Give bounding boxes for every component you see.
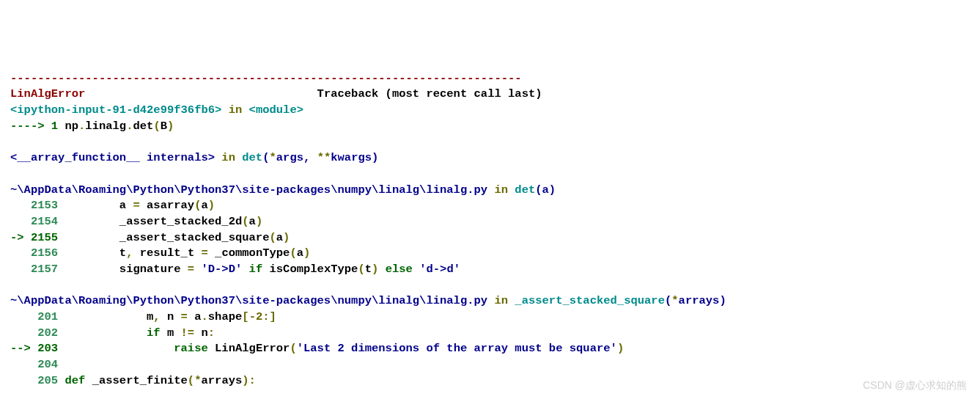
frame-0-location: <ipython-input-91-d42e99f36fb6> [10,103,221,117]
fn-assert-finite: _assert_finite [85,374,188,387]
op-rparen: ) [208,199,215,212]
fn-assert-square: _assert_stacked_square [515,294,665,307]
var-result-t: result_t [133,246,194,260]
indent [65,215,119,228]
op-eq: = [194,246,215,260]
lineno-205: 205 [10,374,65,387]
var-a: a [202,199,208,212]
fn-commontype: _commonType [215,246,290,260]
lineno-202: 202 [10,326,65,340]
det-fn: det [242,151,262,164]
indent [65,310,147,323]
var-m: m [161,326,181,340]
op-rparen: ) [549,183,556,197]
indent [65,199,119,212]
op-lparen: ( [242,215,248,228]
error-string: 'Last 2 dimensions of the array must be … [297,342,617,355]
op-star: * [269,151,276,164]
arg-kwargs: kwargs [331,151,372,164]
op-rparen: ) [256,215,262,228]
attr-shape: shape [208,310,243,323]
op-comma: , [153,310,160,323]
op-rparen: ) [719,294,726,307]
fn-assert-2d: _assert_stacked_2d [119,215,242,228]
fn-iscomplex: isComplexType [262,263,358,276]
op-colon: : [249,374,256,387]
var-signature: signature [119,263,181,276]
arg-arrays: arrays [679,294,720,307]
lineno-203-arrow: --> 203 [10,342,65,355]
op-dot: . [78,120,85,133]
op-star: * [671,294,678,307]
traceback-output: ----------------------------------------… [10,71,970,399]
exc-class: LinAlgError [208,342,290,355]
op-lparen: ( [665,294,671,307]
divider-line: ----------------------------------------… [10,72,522,85]
op-eq: = [181,263,202,276]
op-lparen: ( [153,120,160,133]
code-linalg: linalg [85,120,126,133]
op-comma: , [303,151,310,164]
arrow-line-1: ----> 1 [10,120,65,133]
fn-asarray: asarray [147,199,194,212]
code-np: np [65,120,78,133]
var-a: a [249,215,256,228]
op-rparen: ) [617,342,624,355]
lineno-2154: 2154 [10,215,65,228]
op-dot: . [202,310,208,323]
op-rparen: ) [167,120,174,133]
lineno-2156: 2156 [10,246,65,260]
str-DD: 'D->D' [201,263,242,276]
space [310,151,317,164]
op-rparen: ) [303,246,310,260]
indent [65,231,119,244]
indent [65,342,174,355]
code-det: det [133,120,153,133]
op-lparen: ( [535,183,542,197]
var-n: n [161,310,174,323]
arg-a: a [542,183,549,197]
lineno-2157: 2157 [10,263,65,276]
fn-assert-square: _assert_stacked_square [119,231,270,244]
op-rparen: ) [283,231,290,244]
op-rparen: ) [372,263,378,276]
var-a: a [297,246,303,260]
spacing [85,87,317,100]
var-a: a [276,231,283,244]
lineno-2153: 2153 [10,199,65,212]
det-fn: det [515,183,535,197]
op-lparen: ( [188,374,194,387]
str-dd: 'd->d' [419,263,460,276]
var-a: a [194,310,201,323]
kw-def: def [65,374,85,387]
op-lparen: ( [290,342,296,355]
lbracket: [ [242,310,248,323]
indent [65,263,119,276]
kw-if: if [249,263,263,276]
lineno-204: 204 [10,358,58,371]
frame-1-location: <__array_function__ internals> [10,151,215,164]
kw-else: else [386,263,413,276]
arg-B: B [161,120,167,133]
op-dstar: ** [317,151,331,164]
frame-3-location: ~\AppData\Roaming\Python\Python37\site-p… [10,294,487,307]
var-n: n [194,326,208,340]
exception-class: LinAlgError [10,87,85,100]
op-eq: = [126,199,147,212]
rbracket: ] [270,310,276,323]
in-keyword: in [221,103,248,117]
indent [65,246,119,260]
op-rparen: ) [372,151,378,164]
var-a: a [119,199,126,212]
op-lparen: ( [358,263,364,276]
kw-raise: raise [174,342,208,355]
var-t: t [365,263,372,276]
module-keyword: <module> [249,103,303,117]
op-eq: = [174,310,194,323]
op-lparen: ( [269,231,276,244]
lineno-201: 201 [10,310,65,323]
op-colon: : [262,310,269,323]
op-rparen: ) [242,374,248,387]
arg-arrays: arrays [201,374,242,387]
op-lparen: ( [290,246,296,260]
